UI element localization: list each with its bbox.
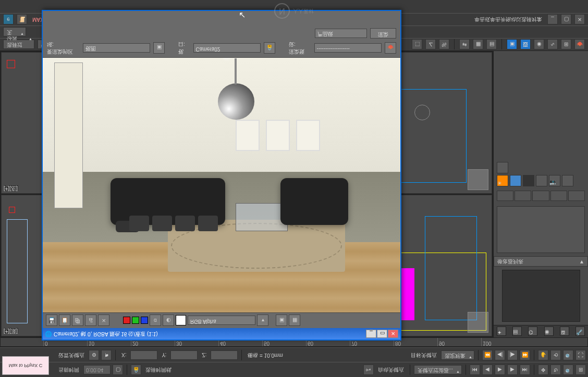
keys-selector-dropdown[interactable]: 选定对象 xyxy=(441,350,474,360)
unique-icon[interactable] xyxy=(532,191,549,201)
motion-tab-icon[interactable]: ◉ xyxy=(544,327,554,336)
layer-icon[interactable]: ▤ xyxy=(486,40,497,50)
prev-frame-icon[interactable]: ◀ xyxy=(482,365,493,375)
settings-icon[interactable]: ⚙ xyxy=(89,350,99,360)
flag-icon[interactable]: ⚑ xyxy=(101,350,112,360)
nav-cube-icon[interactable] xyxy=(468,169,488,190)
min-icon[interactable]: _ xyxy=(547,15,558,25)
utilities-tab-icon[interactable]: 🔧 xyxy=(575,327,585,336)
viewport-nav-1[interactable]: ✥ xyxy=(538,365,548,375)
x-input[interactable] xyxy=(130,350,157,360)
lock-icon[interactable]: 🔒 xyxy=(131,365,141,375)
minimize-icon[interactable]: _ xyxy=(366,330,376,338)
app-icon[interactable]: e xyxy=(3,15,14,25)
key-icon[interactable]: 🗝 xyxy=(363,365,374,375)
auto-key-label[interactable]: 自动关键点 xyxy=(376,366,406,373)
camera-icon[interactable]: 📷 xyxy=(549,175,560,186)
y-input[interactable] xyxy=(170,350,198,360)
channel-g-icon[interactable] xyxy=(132,317,139,324)
viewport-dropdown[interactable]: Camera02 xyxy=(193,43,261,53)
remove-icon[interactable] xyxy=(550,191,567,201)
bg-swatch[interactable] xyxy=(176,316,186,326)
configure-icon[interactable] xyxy=(568,191,585,201)
teapot-icon[interactable]: 🫖 xyxy=(385,42,396,54)
material-editor-icon[interactable]: ◉ xyxy=(534,40,544,50)
channel-dropdown[interactable]: RGB Alpha xyxy=(188,316,255,325)
percent-snap-icon[interactable]: % xyxy=(439,40,449,50)
schematic-icon[interactable]: ⊞ xyxy=(561,40,571,50)
step-fwd-icon[interactable]: |▶ xyxy=(507,350,518,360)
render-titlebar[interactable]: 🌐 Camera02, 帧 0, RGBA 颜色 16 位/通道 (1:1) _… xyxy=(43,328,400,340)
mono-icon[interactable]: ◐ xyxy=(163,315,174,326)
close-icon[interactable]: ✕ xyxy=(574,15,585,25)
hierarchy-tab-icon[interactable]: ⌬ xyxy=(528,327,537,336)
key-filter-dropdown[interactable]: 关键点过滤器... xyxy=(414,365,462,374)
align-icon[interactable]: ▦ xyxy=(473,40,483,50)
goto-end-icon[interactable]: ⏭ xyxy=(520,365,530,375)
modifier-stack[interactable] xyxy=(497,206,585,253)
z-input[interactable] xyxy=(211,350,238,360)
render-icon[interactable]: 🫖 xyxy=(574,40,585,50)
rewind-icon[interactable]: ⏪ xyxy=(482,350,493,360)
angle-snap-icon[interactable]: ∠ xyxy=(425,40,436,50)
modify-tab-icon[interactable]: ▤ xyxy=(512,327,522,336)
preset-dropdown[interactable]: ------------------- xyxy=(314,43,382,53)
close-icon[interactable]: ✕ xyxy=(388,330,398,338)
max-icon[interactable]: ⛶ xyxy=(575,350,586,360)
area-dropdown[interactable]: 视图 xyxy=(83,43,151,53)
step-back-icon[interactable]: ◀| xyxy=(495,350,505,360)
render-setup-icon[interactable]: ▣ xyxy=(507,40,517,50)
script-icon[interactable]: 📜 xyxy=(17,15,27,25)
nav-cube-icon[interactable] xyxy=(468,312,488,333)
curve-editor-icon[interactable]: ∿ xyxy=(547,40,558,50)
restore-icon[interactable]: ▭ xyxy=(377,330,387,338)
show-end-icon[interactable] xyxy=(514,191,531,201)
next-frame-icon[interactable]: ▶ xyxy=(507,365,518,375)
display-tab-icon[interactable]: 🖥 xyxy=(560,327,569,336)
pan-icon[interactable]: ✋ xyxy=(538,350,548,360)
sky-icon[interactable] xyxy=(510,175,521,186)
color-swatch[interactable] xyxy=(562,175,573,186)
render-button[interactable]: 渲染 xyxy=(370,28,396,39)
render-canvas[interactable] xyxy=(43,58,400,312)
orbit-icon[interactable]: ⟲ xyxy=(550,350,561,360)
dark-icon[interactable] xyxy=(523,175,534,186)
clone-icon[interactable]: 🗐 xyxy=(72,315,83,326)
max-window-icon[interactable]: ▢ xyxy=(561,15,571,25)
zoom-icon[interactable]: 🔍 xyxy=(563,350,573,360)
tick: 100 xyxy=(481,338,492,346)
pin-stack-icon[interactable] xyxy=(497,191,513,201)
region-icon[interactable]: ▣ xyxy=(153,42,165,54)
forward-icon[interactable]: ⏩ xyxy=(520,350,530,360)
lock-viewport-icon[interactable]: 🔒 xyxy=(264,42,275,54)
channel-r-icon[interactable] xyxy=(123,317,130,324)
mirror-icon[interactable]: ⇄ xyxy=(459,40,470,50)
none-dropdown[interactable]: 无 xyxy=(3,28,26,37)
chevron-down-icon[interactable]: ▾ xyxy=(257,315,268,326)
viewport-nav-2[interactable]: ↻ xyxy=(550,365,561,375)
color-swatch[interactable] xyxy=(497,162,508,173)
toggle-btn[interactable]: ▢ xyxy=(113,365,123,375)
print-icon[interactable]: 🖨 xyxy=(85,315,96,326)
physx-tool[interactable]: Max to PhysX C xyxy=(2,356,49,375)
save-icon[interactable]: 💾 xyxy=(46,315,57,326)
color-swatch[interactable] xyxy=(536,175,547,186)
snap-icon[interactable]: ⬚ xyxy=(412,40,422,50)
viewport-nav-4[interactable]: ⊞ xyxy=(575,365,586,375)
copy-icon[interactable]: 📋 xyxy=(59,315,70,326)
viewport-nav-3[interactable]: 🔍 xyxy=(563,365,573,375)
channel-b-icon[interactable] xyxy=(141,317,148,324)
top-toolbar: Max to PhysX C 当前时间 0:00:04 ▢ 🔒 选择时间线 🗝 … xyxy=(0,347,588,377)
alpha-icon[interactable]: α xyxy=(150,315,161,326)
clear-icon[interactable]: ✕ xyxy=(98,315,109,326)
goto-start-icon[interactable]: ⏮ xyxy=(470,365,480,375)
create-tab-icon[interactable]: ✦ xyxy=(497,327,506,336)
toggle-ui-icon[interactable]: ▦ xyxy=(289,315,300,326)
render-frame-icon[interactable]: 🖼 xyxy=(520,40,531,50)
light-icon[interactable]: ☀ xyxy=(497,175,508,186)
overlay-icon[interactable]: ▣ xyxy=(276,315,287,326)
play-icon[interactable]: ▶ xyxy=(495,365,505,375)
modifier-list-dropdown[interactable]: 修改器列表▼ xyxy=(494,256,588,267)
sel-filter-dropdown[interactable]: 选择过滤器 xyxy=(3,40,34,49)
production-dropdown[interactable]: 产品级 xyxy=(315,29,367,38)
